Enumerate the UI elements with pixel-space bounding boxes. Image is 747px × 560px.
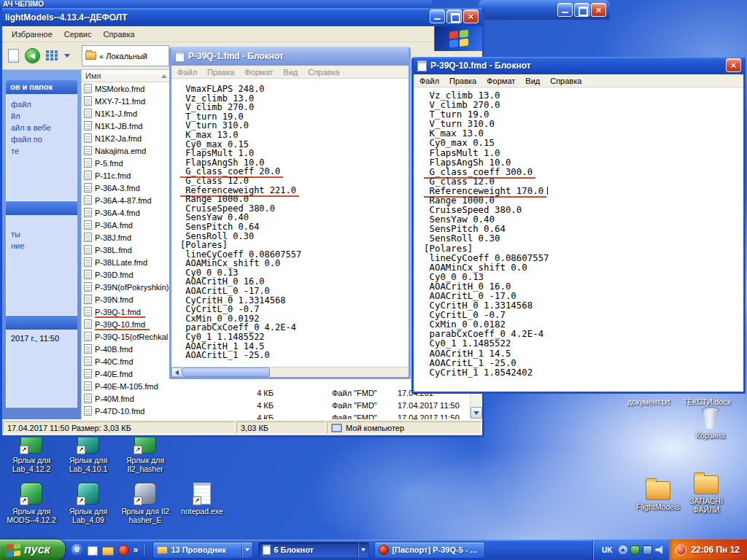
- minimize-button[interactable]: [557, 3, 573, 17]
- menu-item[interactable]: Правка: [445, 76, 481, 86]
- taskbar-button-dropdown[interactable]: [241, 542, 252, 558]
- menu-item[interactable]: Вид: [279, 67, 302, 77]
- file-item[interactable]: P-40E-M-105.fmd: [82, 380, 171, 392]
- menu-item[interactable]: Справка: [546, 76, 586, 86]
- sidebar-section-header[interactable]: [6, 316, 77, 330]
- sidebar-section-header[interactable]: [6, 201, 77, 215]
- close-button[interactable]: [591, 3, 606, 17]
- file-item[interactable]: P-38L.fmd: [82, 244, 171, 256]
- views-icon[interactable]: [46, 50, 58, 61]
- notepad1-text[interactable]: VmaxFLAPS 248.0 Vz_climb 13.0 V_climb 27…: [171, 79, 409, 367]
- horizontal-scrollbar[interactable]: [171, 367, 409, 377]
- menu-item[interactable]: Формат: [240, 67, 277, 77]
- shield-icon[interactable]: [630, 545, 640, 555]
- sidebar-item[interactable]: те: [9, 145, 74, 157]
- file-item[interactable]: P-36A-4.fmd: [82, 206, 171, 219]
- sidebar-section-header[interactable]: ов и папок: [6, 80, 77, 94]
- file-item[interactable]: N1K2-Ja.fmd: [82, 132, 171, 144]
- sidebar-item[interactable]: ние: [9, 240, 74, 252]
- menu-item[interactable]: Сервис: [59, 28, 97, 40]
- file-item[interactable]: P-38J.fmd: [82, 231, 171, 244]
- back-icon[interactable]: [25, 48, 40, 63]
- file-item[interactable]: P-39N(ofPokryshkin): [82, 281, 171, 293]
- sidebar-item[interactable]: ты: [9, 228, 74, 240]
- desktop-icon[interactable]: Ярлык для Il2 hasher_E: [117, 483, 174, 524]
- desktop-icon[interactable]: Ярлык для Lab_4.12.2: [3, 432, 60, 473]
- menu-item[interactable]: Вид: [521, 76, 544, 86]
- folder-icon[interactable]: [102, 547, 114, 556]
- file-item[interactable]: P-39Q-15(ofRechkal: [82, 330, 171, 343]
- maximize-button[interactable]: [574, 3, 589, 17]
- taskbar-button[interactable]: 13 Проводник: [152, 542, 253, 559]
- show-desktop-icon[interactable]: [88, 546, 98, 556]
- menu-item[interactable]: Формат: [482, 76, 519, 86]
- notepad1-titlebar[interactable]: P-39Q-1.fmd - Блокнот: [171, 47, 409, 66]
- sidebar-item[interactable]: йл: [9, 110, 74, 122]
- notepad2-titlebar[interactable]: P-39Q-10.fmd - Блокнот: [414, 57, 743, 74]
- file-item[interactable]: P-40B.fmd: [82, 343, 171, 355]
- overflow-chevron[interactable]: »: [133, 544, 139, 556]
- explorer-titlebar[interactable]: lightModels--4.13.4--ДЕФОЛТ: [2, 8, 482, 26]
- ie-icon[interactable]: e: [71, 544, 83, 556]
- volume-icon[interactable]: [655, 545, 665, 555]
- desktop-icon-zapasni-faily[interactable]: ЗАПАСНІ ФАЙЛИ: [677, 475, 735, 514]
- network-icon[interactable]: [643, 545, 652, 555]
- desktop-icon[interactable]: Ярлык для MODS--4.12.2: [3, 483, 60, 524]
- file-item[interactable]: P-36A.fmd: [82, 219, 171, 231]
- red-app-icon[interactable]: [118, 545, 129, 556]
- menu-item[interactable]: Справка: [303, 67, 344, 77]
- menu-item[interactable]: Правка: [203, 67, 239, 77]
- sidebar-item[interactable]: айл в вебе: [9, 122, 74, 133]
- file-item[interactable]: P-40C.fmd: [82, 355, 171, 368]
- notepad2-text[interactable]: Vz_climb 13.0 V_climb 270.0 T_turn 19.0 …: [414, 88, 743, 392]
- scrollbar-thumb[interactable]: [182, 368, 270, 377]
- new-document-icon[interactable]: [8, 49, 19, 63]
- file-item[interactable]: P-39D.fmd: [82, 268, 171, 281]
- file-item[interactable]: MXY-7-11.fmd: [82, 95, 171, 107]
- menu-item[interactable]: Справка: [98, 28, 139, 40]
- file-item[interactable]: P-36A-4-87.fmd: [82, 194, 171, 206]
- maximize-button[interactable]: [446, 9, 462, 23]
- column-header-name[interactable]: Имя: [82, 70, 171, 82]
- address-bar[interactable]: « Локальный: [82, 45, 169, 66]
- file-item[interactable]: P-39Q-1.fmd: [82, 306, 171, 318]
- sidebar-item[interactable]: файл по: [9, 133, 74, 145]
- file-item[interactable]: N1K1-J.fmd: [82, 107, 171, 120]
- background-window2-titlebar[interactable]: [479, 0, 610, 20]
- taskbar-button-dropdown[interactable]: [357, 542, 368, 558]
- desktop-icon[interactable]: Ярлык для Lab_4.10.1: [60, 432, 117, 473]
- file-item[interactable]: P-47D-10.fmd: [82, 405, 171, 417]
- file-item[interactable]: P-36A-3.fmd: [82, 182, 171, 194]
- file-item[interactable]: MSMorko.fmd: [82, 82, 171, 95]
- views-dropdown-icon[interactable]: [64, 54, 70, 58]
- desktop-icon-recycle-bin[interactable]: Корзина: [681, 405, 740, 440]
- clock[interactable]: 22:06 Пн 12: [669, 540, 747, 560]
- sidebar-item[interactable]: файл: [9, 98, 74, 110]
- desktop-icon[interactable]: notepad.exe: [174, 483, 231, 516]
- close-button[interactable]: [726, 58, 741, 72]
- file-item[interactable]: Nakajima.emd: [82, 144, 171, 157]
- file-item[interactable]: P-38LLate.fmd: [82, 256, 171, 268]
- file-item[interactable]: P-11c.fmd: [82, 169, 171, 182]
- scroll-left-button[interactable]: [171, 368, 182, 377]
- file-item[interactable]: N1K1-JB.fmd: [82, 120, 171, 132]
- taskbar-button[interactable]: 6 Блокнот: [258, 542, 369, 559]
- file-item[interactable]: P-39N.fmd: [82, 293, 171, 306]
- hide-icons-icon[interactable]: [619, 545, 627, 554]
- start-button[interactable]: пуск: [0, 540, 65, 560]
- file-item[interactable]: P-40M.fmd: [82, 392, 171, 405]
- menu-item[interactable]: Файл: [173, 67, 201, 77]
- menu-item[interactable]: Избранное: [7, 28, 58, 40]
- desktop-icon[interactable]: Ярлык для Lab_4.09: [60, 483, 117, 524]
- desktop-file-label-txt[interactable]: документ.txt: [627, 397, 670, 406]
- menu-item[interactable]: Файл: [415, 76, 444, 86]
- taskbar-button[interactable]: [Паспорт] P-39Q-5 - ...: [374, 542, 485, 559]
- minimize-button[interactable]: [430, 9, 445, 23]
- close-button[interactable]: [463, 9, 479, 23]
- desktop-icon[interactable]: Ярлык для Il2_hasher: [117, 432, 174, 473]
- file-item[interactable]: P-39Q-10.fmd: [82, 318, 171, 330]
- language-indicator[interactable]: UK: [600, 545, 614, 555]
- file-item[interactable]: P-5.fmd: [82, 157, 171, 169]
- file-item[interactable]: P-40E.fmd: [82, 368, 171, 380]
- scroll-down-button[interactable]: [471, 407, 482, 419]
